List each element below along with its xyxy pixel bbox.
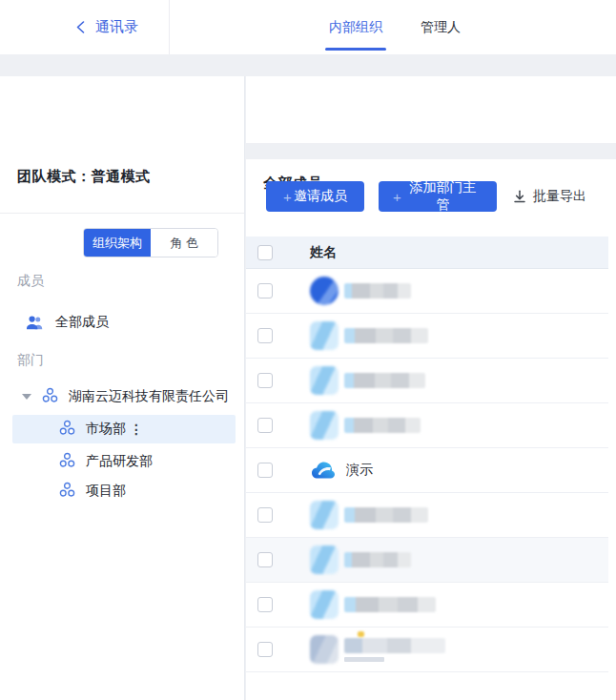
redacted-name [344, 328, 428, 343]
department-name: 项目部 [86, 483, 126, 500]
people-icon [27, 316, 43, 330]
segment-roles[interactable]: 角 色 [151, 229, 217, 257]
table-row[interactable] [246, 359, 608, 403]
redacted-avatar [310, 411, 339, 440]
tree-node-marketing-dept[interactable]: 市场部 ⋮ [12, 415, 236, 443]
row-checkbox[interactable] [257, 597, 273, 612]
header-divider [169, 0, 170, 54]
members-panel: 全部成员 +邀请成员 +添加部门主管 批量导出 姓名 [246, 76, 616, 700]
all-members-label: 全部成员 [55, 314, 109, 331]
sidebar-divider [0, 213, 244, 214]
chevron-left-icon [74, 20, 87, 34]
department-name: 市场部 [86, 421, 126, 438]
row-checkbox[interactable] [257, 507, 273, 523]
select-all-checkbox[interactable] [257, 245, 273, 260]
member-name-cell [310, 366, 425, 395]
member-name-cell [310, 590, 436, 619]
plus-icon: + [283, 189, 292, 205]
row-checkbox[interactable] [257, 328, 273, 343]
row-checkbox[interactable] [257, 642, 273, 657]
table-row[interactable] [246, 403, 608, 448]
table-row[interactable] [246, 493, 608, 538]
member-name: 演示 [346, 462, 373, 479]
redacted-avatar [310, 501, 339, 529]
org-sidebar: 团队模式：普通模式 组织架构 角 色 成员 全部成员 部门 湖南云迈科技有限责任… [0, 76, 245, 700]
redacted-name [344, 418, 421, 433]
cloud-logo-icon [310, 457, 337, 484]
add-dept-manager-label: 添加部门主管 [403, 179, 483, 214]
redacted-name [344, 373, 425, 388]
members-section-label: 成员 [17, 273, 44, 290]
segment-org-structure[interactable]: 组织架构 [84, 229, 151, 257]
departments-section-label: 部门 [17, 352, 44, 369]
redacted-name [344, 597, 436, 612]
table-row[interactable] [246, 314, 608, 359]
row-checkbox[interactable] [257, 373, 273, 388]
header-tabs: 内部组织 管理人 [327, 0, 462, 54]
table-row[interactable] [246, 628, 608, 672]
tree-node-company[interactable]: 湖南云迈科技有限责任公司 [0, 381, 244, 412]
table-row[interactable] [246, 269, 608, 314]
table-row[interactable] [246, 583, 608, 628]
caret-down-icon[interactable] [22, 394, 31, 400]
member-name-cell [310, 277, 411, 305]
department-icon [59, 420, 75, 440]
redacted-name [344, 283, 411, 299]
team-mode-label: 团队模式：普通模式 [17, 168, 151, 186]
member-name-cell: 演示 [310, 457, 373, 484]
batch-export-button[interactable]: 批量导出 [512, 188, 586, 205]
status-dot [358, 631, 364, 637]
table-row[interactable]: 演示 [246, 448, 608, 493]
redacted-avatar [310, 277, 339, 305]
member-name-cell [310, 635, 445, 664]
panel-separator [246, 143, 616, 159]
tree-node-rnd-dept[interactable]: 产品研发部 [12, 447, 236, 476]
add-dept-manager-button[interactable]: +添加部门主管 [379, 181, 497, 212]
redacted-avatar [310, 590, 339, 619]
view-segmented-control: 组织架构 角 色 [83, 228, 218, 257]
member-table-body: 演示 [246, 269, 608, 672]
department-icon [59, 482, 75, 502]
invite-member-label: 邀请成员 [294, 188, 347, 205]
redacted-avatar [310, 321, 339, 350]
download-icon [512, 189, 527, 204]
department-icon [59, 452, 75, 472]
member-name-cell [310, 546, 411, 574]
kebab-menu-icon[interactable]: ⋮ [130, 422, 143, 436]
member-name-cell [310, 321, 428, 350]
row-checkbox[interactable] [257, 552, 273, 567]
department-name: 产品研发部 [86, 453, 153, 470]
row-checkbox[interactable] [257, 283, 273, 299]
row-checkbox[interactable] [257, 418, 273, 433]
tab-internal-org[interactable]: 内部组织 [327, 0, 384, 54]
member-name-cell [310, 411, 421, 440]
member-name-cell [310, 501, 428, 529]
sidebar-item-all-members[interactable]: 全部成员 [0, 303, 244, 341]
redacted-avatar [310, 366, 339, 395]
redacted-name [344, 552, 411, 567]
redacted-name [344, 507, 428, 523]
back-to-contacts-link[interactable]: 通讯录 [74, 0, 138, 54]
redacted-avatar [310, 635, 339, 664]
department-icon [42, 387, 58, 407]
row-checkbox[interactable] [257, 463, 273, 478]
redacted-name [344, 638, 445, 662]
action-toolbar: +邀请成员 +添加部门主管 批量导出 [266, 181, 586, 212]
redacted-avatar [310, 546, 339, 574]
back-label: 通讯录 [95, 18, 138, 36]
batch-export-label: 批量导出 [533, 188, 586, 205]
column-header-name: 姓名 [310, 244, 337, 261]
table-header-row: 姓名 [246, 237, 608, 269]
member-table: 姓名 演示 [246, 237, 608, 672]
company-name: 湖南云迈科技有限责任公司 [69, 388, 229, 405]
top-bar: 通讯录 内部组织 管理人 [0, 0, 616, 54]
invite-member-button[interactable]: +邀请成员 [266, 181, 364, 212]
tree-node-project-dept[interactable]: 项目部 [12, 477, 236, 505]
tab-managers[interactable]: 管理人 [419, 0, 462, 54]
table-row[interactable] [246, 538, 608, 583]
plus-icon: + [393, 189, 401, 205]
